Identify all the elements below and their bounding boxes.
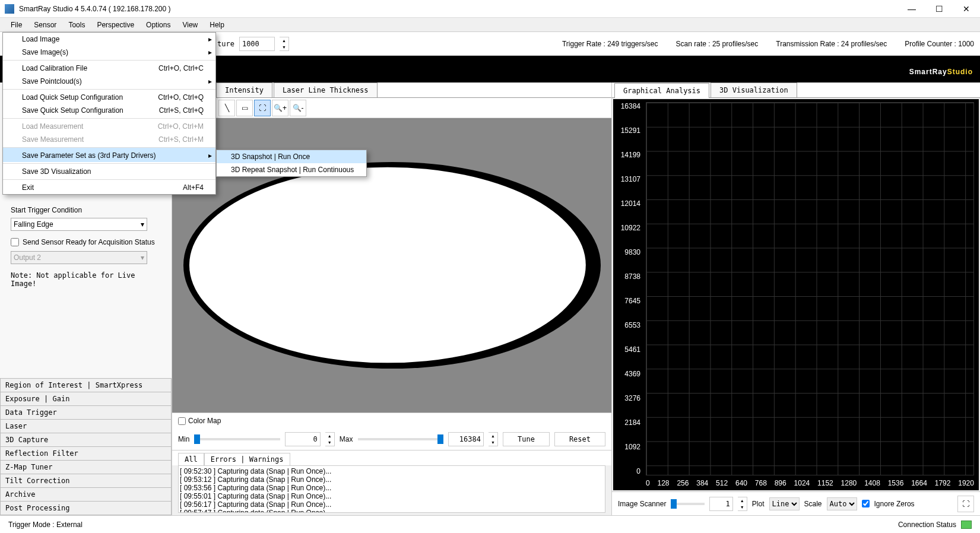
file-menu-item[interactable]: Save Pointcloud(s)▸ bbox=[3, 75, 215, 88]
min-spinner[interactable]: ▲▼ bbox=[325, 432, 335, 446]
accordion-archive[interactable]: Archive bbox=[0, 487, 172, 501]
menu-options[interactable]: Options bbox=[140, 18, 176, 31]
min-value-input[interactable] bbox=[285, 432, 321, 446]
zoom-out-icon[interactable]: 🔍- bbox=[290, 100, 306, 116]
ignore-zeros-checkbox[interactable] bbox=[862, 500, 870, 507]
send-sensor-ready-checkbox[interactable] bbox=[11, 238, 19, 246]
chart-area[interactable]: 1638415291141991310712014109229830873876… bbox=[613, 99, 979, 490]
fullscreen-icon[interactable]: ⛶ bbox=[957, 496, 974, 512]
transmission-rate: Transmission Rate : 24 profiles/sec bbox=[776, 40, 887, 48]
max-label: Max bbox=[340, 435, 353, 443]
trigger-mode: Trigger Mode : External bbox=[8, 521, 83, 529]
status-row: Trigger Rate : 249 triggers/sec Scan rat… bbox=[562, 40, 974, 48]
connection-label: Connection Status bbox=[898, 521, 956, 529]
accordion-roi[interactable]: Region of Interest | SmartXpress bbox=[0, 378, 172, 392]
submenu-item[interactable]: 3D Repeat Snapshot | Run Continuous bbox=[217, 163, 366, 176]
profile-counter: Profile Counter : 1000 bbox=[905, 40, 974, 48]
image-scanner-value[interactable] bbox=[709, 497, 733, 511]
app-icon bbox=[5, 4, 14, 14]
accordion-3d-capture[interactable]: 3D Capture bbox=[0, 433, 172, 446]
file-menu-item[interactable]: Save Quick Setup ConfigurationCtrl+S, Ct… bbox=[3, 104, 215, 117]
output-dropdown[interactable]: Output 2▾ bbox=[11, 251, 147, 264]
scan-image bbox=[183, 162, 601, 368]
accordion-post-processing[interactable]: Post Processing bbox=[0, 501, 172, 515]
accordion-exposure[interactable]: Exposure | Gain bbox=[0, 392, 172, 405]
start-trigger-label: Start Trigger Condition bbox=[11, 206, 161, 214]
menu-help[interactable]: Help bbox=[204, 18, 230, 31]
note-text: Note: Not applicable for Live Image! bbox=[11, 271, 161, 288]
min-slider[interactable] bbox=[194, 438, 280, 440]
plot-dropdown[interactable]: Line bbox=[769, 497, 800, 510]
close-button[interactable]: ✕ bbox=[953, 0, 980, 18]
window-controls: — ☐ ✕ bbox=[898, 0, 980, 18]
file-menu-item[interactable]: Load Image▸ bbox=[3, 33, 215, 46]
image-scanner-slider[interactable] bbox=[671, 503, 704, 505]
max-spinner[interactable]: ▲▼ bbox=[489, 432, 498, 446]
file-menu-item[interactable]: Load Calibration FileCtrl+O, Ctrl+C bbox=[3, 60, 215, 75]
capture-value-input[interactable] bbox=[239, 37, 275, 51]
menubar: File Sensor Tools Perspective Options Vi… bbox=[0, 18, 980, 32]
max-value-input[interactable] bbox=[448, 432, 484, 446]
file-menu-item[interactable]: Save Image(s)▸ bbox=[3, 46, 215, 59]
capture-spinner[interactable]: ▲▼ bbox=[280, 37, 289, 51]
accordion-laser[interactable]: Laser bbox=[0, 419, 172, 433]
chart-x-axis: 0128256384512640768896102411521280140815… bbox=[646, 479, 974, 487]
log-area[interactable]: [ 09:52:30 ] Capturing data (Snap | Run … bbox=[178, 465, 605, 513]
tab-graphical-analysis[interactable]: Graphical Analysis bbox=[614, 83, 709, 98]
minimize-button[interactable]: — bbox=[898, 0, 925, 18]
file-menu-item[interactable]: ExitAlt+F4 bbox=[3, 179, 215, 194]
chart-grid bbox=[646, 102, 974, 475]
scale-dropdown[interactable]: Auto bbox=[827, 497, 857, 510]
file-menu-item: Load MeasurementCtrl+O, Ctrl+M bbox=[3, 118, 215, 133]
scanner-spinner[interactable]: ▲▼ bbox=[738, 497, 747, 511]
log-line: [ 09:53:12 ] Capturing data (Snap | Run … bbox=[180, 475, 604, 484]
tab-intensity[interactable]: Intensity bbox=[216, 83, 272, 97]
footer: Trigger Mode : External Connection Statu… bbox=[0, 515, 980, 533]
submenu-item[interactable]: 3D Snapshot | Run Once bbox=[217, 150, 366, 163]
accordion-zmap-tuner[interactable]: Z-Map Tuner bbox=[0, 460, 172, 474]
rect-tool-icon[interactable]: ▭ bbox=[236, 100, 253, 116]
fit-view-icon[interactable]: ⛶ bbox=[254, 100, 271, 116]
zoom-in-icon[interactable]: 🔍+ bbox=[272, 100, 288, 116]
tune-button[interactable]: Tune bbox=[503, 432, 550, 446]
maximize-button[interactable]: ☐ bbox=[925, 0, 953, 18]
reset-button[interactable]: Reset bbox=[554, 432, 605, 446]
plot-label: Plot bbox=[752, 500, 765, 508]
save-parameter-submenu: 3D Snapshot | Run Once3D Repeat Snapshot… bbox=[216, 150, 367, 177]
accordion-data-trigger[interactable]: Data Trigger bbox=[0, 405, 172, 419]
file-menu-item[interactable]: Save Parameter Set as (3rd Party Drivers… bbox=[3, 147, 215, 162]
file-menu-item[interactable]: Load Quick Setup ConfigurationCtrl+O, Ct… bbox=[3, 89, 215, 104]
log-line: [ 09:52:30 ] Capturing data (Snap | Run … bbox=[180, 467, 604, 475]
line-tool-icon[interactable]: ╲ bbox=[218, 100, 235, 116]
max-slider[interactable] bbox=[358, 438, 443, 440]
menu-tools[interactable]: Tools bbox=[62, 18, 91, 31]
scan-rate: Scan rate : 25 profiles/sec bbox=[676, 40, 759, 48]
start-trigger-dropdown[interactable]: Falling Edge▾ bbox=[11, 218, 147, 231]
log-line: [ 09:53:56 ] Capturing data (Snap | Run … bbox=[180, 484, 604, 492]
titlebar: SmartRay Studio 4 5.4.0.74 ( 192.168.178… bbox=[0, 0, 980, 18]
accordion-reflection-filter[interactable]: Reflection Filter bbox=[0, 446, 172, 460]
file-menu-dropdown: Load Image▸Save Image(s)▸Load Calibratio… bbox=[2, 32, 216, 195]
menu-file[interactable]: File bbox=[5, 18, 28, 31]
log-tab-errors[interactable]: Errors | Warnings bbox=[204, 453, 290, 465]
ignore-zeros-label: Ignore Zeros bbox=[874, 500, 915, 508]
window-title: SmartRay Studio 4 5.4.0.74 ( 192.168.178… bbox=[19, 5, 898, 13]
colormap-checkbox[interactable] bbox=[178, 417, 186, 425]
file-menu-item[interactable]: Save 3D Visualization bbox=[3, 163, 215, 178]
view-toolbar: ╲ ▭ ⛶ 🔍+ 🔍- bbox=[172, 98, 611, 118]
menu-perspective[interactable]: Perspective bbox=[91, 18, 140, 31]
connection-status-light bbox=[961, 521, 972, 529]
log-tab-all[interactable]: All bbox=[178, 453, 204, 465]
tab-laser-line[interactable]: Laser Line Thickness bbox=[274, 83, 378, 97]
brand-logo: SmartRayStudio bbox=[909, 60, 973, 78]
menu-view[interactable]: View bbox=[176, 18, 204, 31]
file-menu-item: Save MeasurementCtrl+S, Ctrl+M bbox=[3, 133, 215, 146]
center-panel: Intensity Laser Line Thickness ╲ ▭ ⛶ 🔍+ … bbox=[172, 83, 612, 515]
tab-3d-visualization[interactable]: 3D Visualization bbox=[711, 83, 797, 97]
menu-sensor[interactable]: Sensor bbox=[28, 18, 62, 31]
min-label: Min bbox=[178, 435, 189, 443]
log-tabs: All Errors | Warnings bbox=[172, 450, 611, 465]
chevron-down-icon: ▾ bbox=[141, 253, 144, 262]
accordion-tilt-correction[interactable]: Tilt Correction bbox=[0, 474, 172, 487]
capture-label: ture bbox=[217, 40, 234, 48]
